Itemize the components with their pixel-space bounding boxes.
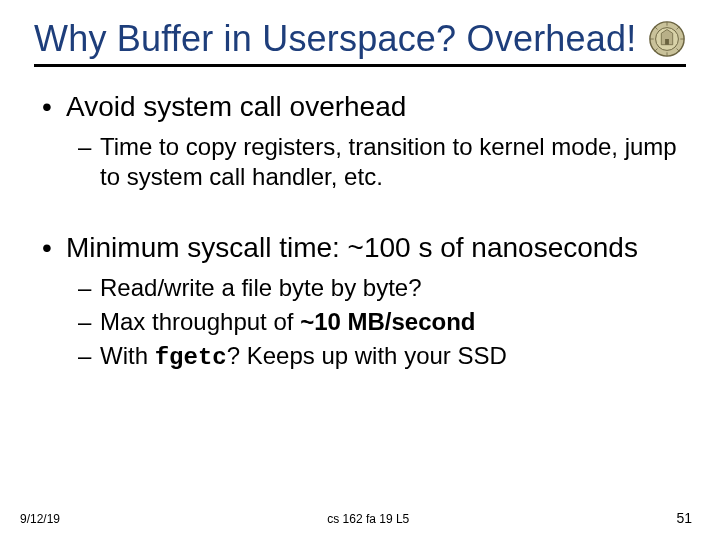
bullet-2-sub-1: Read/write a file byte by byte? — [78, 273, 686, 303]
text-fragment: Max throughput of — [100, 308, 300, 335]
text-fragment: With — [100, 342, 155, 369]
svg-rect-10 — [665, 39, 669, 45]
code-text: fgetc — [155, 344, 227, 371]
slide-title: Why Buffer in Userspace? Overhead! — [34, 18, 636, 60]
seal-icon — [648, 20, 686, 58]
bullet-2: Minimum syscall time: ~100 s of nanoseco… — [42, 230, 686, 265]
bullet-1: Avoid system call overhead — [42, 89, 686, 124]
content-area: Avoid system call overhead Time to copy … — [34, 89, 686, 373]
bold-text: ~10 MB/second — [300, 308, 475, 335]
footer: 9/12/19 cs 162 fa 19 L5 51 — [0, 510, 720, 526]
footer-date: 9/12/19 — [20, 512, 60, 526]
text-fragment: ? Keeps up with your SSD — [227, 342, 507, 369]
title-row: Why Buffer in Userspace? Overhead! — [34, 18, 686, 67]
spacer — [42, 196, 686, 230]
footer-course: cs 162 fa 19 L5 — [327, 512, 409, 526]
footer-page-number: 51 — [676, 510, 692, 526]
bullet-1-sub-1: Time to copy registers, transition to ke… — [78, 132, 686, 192]
bullet-2-sub-2: Max throughput of ~10 MB/second — [78, 307, 686, 337]
bullet-2-sub-3: With fgetc? Keeps up with your SSD — [78, 341, 686, 373]
slide: Why Buffer in Userspace? Overhead! — [0, 0, 720, 540]
